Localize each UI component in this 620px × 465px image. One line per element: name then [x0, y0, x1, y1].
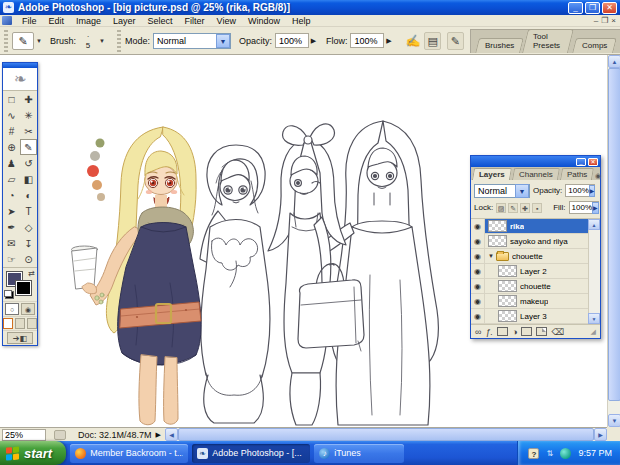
scroll-right-icon[interactable]: ▶ — [594, 428, 607, 441]
jump-to-imageready-button[interactable]: ➔◧ — [7, 332, 33, 344]
new-group-icon[interactable] — [521, 327, 532, 336]
status-menu-arrow-icon[interactable]: ▶ — [156, 431, 161, 439]
menu-file[interactable]: File — [16, 15, 43, 27]
scroll-up-icon[interactable]: ▲ — [608, 55, 620, 68]
tab-channels[interactable]: Channels — [512, 168, 560, 180]
task-firefox[interactable]: Member Backroom - t... — [70, 444, 188, 463]
tool-history-brush[interactable]: ↺ — [20, 155, 37, 171]
layer-thumbnail[interactable] — [488, 220, 507, 232]
visibility-eye-icon[interactable]: ◉ — [471, 264, 485, 279]
options-gripper[interactable] — [4, 30, 8, 52]
document-icon[interactable] — [2, 16, 12, 25]
tool-crop[interactable]: # — [3, 123, 20, 139]
mode-select-arrow-icon[interactable]: ▼ — [216, 34, 230, 48]
layers-scroll-down-icon[interactable]: ▼ — [588, 313, 600, 324]
vertical-scroll-thumb[interactable] — [608, 68, 620, 401]
tray-help-icon[interactable]: ? — [528, 448, 539, 459]
tool-zoom[interactable]: ⊙ — [20, 251, 37, 267]
tool-hand[interactable]: ☞ — [3, 251, 20, 267]
layer-row-sayoko-and-riiya[interactable]: ◉ sayoko and riiya — [471, 234, 600, 249]
layers-palette-titlebar[interactable]: _ ✕ — [471, 156, 600, 167]
new-layer-icon[interactable] — [536, 327, 547, 336]
tool-gradient[interactable]: ◧ — [20, 171, 37, 187]
mode-select[interactable]: Normal ▼ — [153, 33, 231, 49]
tab-layer-comps[interactable]: Comps — [572, 38, 617, 53]
task-photoshop[interactable]: ❧ Adobe Photoshop - [... — [192, 444, 310, 463]
menu-help[interactable]: Help — [286, 15, 317, 27]
background-swatch[interactable] — [16, 281, 31, 295]
quick-mask-button[interactable]: ◉ — [21, 303, 35, 315]
layer-row-rika[interactable]: ◉ rika — [471, 219, 600, 234]
layer-opacity-field[interactable]: 100%▶ — [565, 184, 595, 197]
tool-slice[interactable]: ✂ — [20, 123, 37, 139]
opacity-field[interactable]: 100% — [275, 33, 309, 48]
task-itunes[interactable]: ♪ iTunes — [314, 444, 404, 463]
tool-pen[interactable]: ✒ — [3, 219, 20, 235]
visibility-eye-icon[interactable]: ◉ — [471, 294, 485, 309]
minimize-button[interactable]: _ — [568, 2, 583, 14]
tray-network-icon[interactable]: ⇅ — [544, 448, 555, 459]
horizontal-scrollbar[interactable]: ◀ ▶ — [165, 428, 607, 441]
airbrush-icon[interactable]: ✍ — [405, 34, 420, 48]
tab-brushes[interactable]: Brushes — [475, 38, 524, 53]
tool-type[interactable]: T — [20, 203, 37, 219]
swap-colors-icon[interactable]: ⇄ — [28, 269, 35, 278]
menu-image[interactable]: Image — [70, 15, 107, 27]
layer-row-makeup[interactable]: ◉ makeup — [471, 294, 600, 309]
fill-arrow-icon[interactable]: ▶ — [592, 202, 599, 214]
vertical-scrollbar[interactable]: ▲ ▼ — [607, 55, 620, 427]
tab-layers[interactable]: Layers — [472, 168, 512, 180]
palette-close-icon[interactable]: ✕ — [588, 158, 598, 166]
tab-tool-presets[interactable]: Tool Presets — [522, 29, 574, 53]
menu-select[interactable]: Select — [142, 15, 179, 27]
blend-mode-arrow-icon[interactable]: ▼ — [515, 184, 529, 198]
tool-eyedropper[interactable]: ↧ — [20, 235, 37, 251]
tool-preset-dropdown-icon[interactable]: ▼ — [36, 38, 42, 44]
flow-field[interactable]: 100% — [350, 33, 384, 48]
brush-size-preview[interactable]: ·5 — [79, 32, 97, 50]
tool-healing-brush[interactable]: ⊕ — [3, 139, 20, 155]
layer-thumbnail[interactable] — [498, 295, 517, 307]
layer-row-layer-3[interactable]: ◉ Layer 3 — [471, 309, 600, 324]
layer-fill-field[interactable]: 100%▶ — [569, 201, 599, 214]
visibility-eye-icon[interactable]: ◉ — [471, 219, 485, 234]
tool-clone-stamp[interactable]: ♟ — [3, 155, 20, 171]
current-tool-icon[interactable]: ✎ — [12, 32, 34, 50]
default-colors-icon[interactable] — [5, 291, 14, 299]
standard-screen-button[interactable] — [3, 318, 13, 329]
tool-move[interactable]: ✚ — [20, 91, 37, 107]
tool-eraser[interactable]: ▱ — [3, 171, 20, 187]
scroll-left-icon[interactable]: ◀ — [165, 428, 178, 441]
menu-filter[interactable]: Filter — [179, 15, 211, 27]
layer-thumbnail[interactable] — [498, 280, 517, 292]
fullscreen-button[interactable] — [27, 318, 37, 329]
tool-shape[interactable]: ◇ — [20, 219, 37, 235]
toggle-palettes-icon[interactable]: ✎ — [447, 32, 464, 50]
tool-dodge[interactable]: ◐ — [20, 187, 37, 203]
brush-dropdown-icon[interactable]: ▼ — [99, 38, 105, 44]
visibility-eye-icon[interactable]: ◉ — [471, 309, 485, 324]
layer-thumbnail[interactable] — [488, 235, 507, 247]
doc-close-button[interactable]: × — [611, 16, 616, 26]
layer-style-icon[interactable]: ƒ. — [485, 326, 493, 338]
layers-scroll-up-icon[interactable]: ▲ — [588, 219, 600, 230]
layers-scrollbar[interactable]: ▲ ▼ — [588, 219, 600, 324]
palette-resize-grip[interactable]: ◢ — [591, 328, 596, 336]
palette-minimize-button[interactable]: _ — [576, 158, 586, 166]
layer-row-chouette[interactable]: ◉ chouette — [471, 279, 600, 294]
group-expand-icon[interactable]: ▼ — [488, 253, 494, 259]
close-button[interactable]: ✕ — [602, 2, 617, 14]
lock-all-icon[interactable]: ▪ — [532, 203, 542, 213]
file-browser-icon[interactable]: ▤ — [424, 32, 441, 50]
fullscreen-menubar-button[interactable] — [15, 318, 25, 329]
doc-restore-button[interactable]: ❐ — [601, 16, 608, 26]
tool-rectangular-marquee[interactable]: □ — [3, 91, 20, 107]
opacity-arrow-icon[interactable]: ▶ — [589, 185, 596, 197]
menu-window[interactable]: Window — [242, 15, 286, 27]
layer-mask-icon[interactable] — [497, 327, 508, 336]
menu-view[interactable]: View — [211, 15, 242, 27]
adjustment-layer-icon[interactable]: ◑ — [512, 326, 517, 338]
zoom-level-field[interactable]: 25% — [2, 429, 46, 441]
visibility-eye-icon[interactable]: ◉ — [471, 279, 485, 294]
layer-row-layer-2[interactable]: ◉ Layer 2 — [471, 264, 600, 279]
